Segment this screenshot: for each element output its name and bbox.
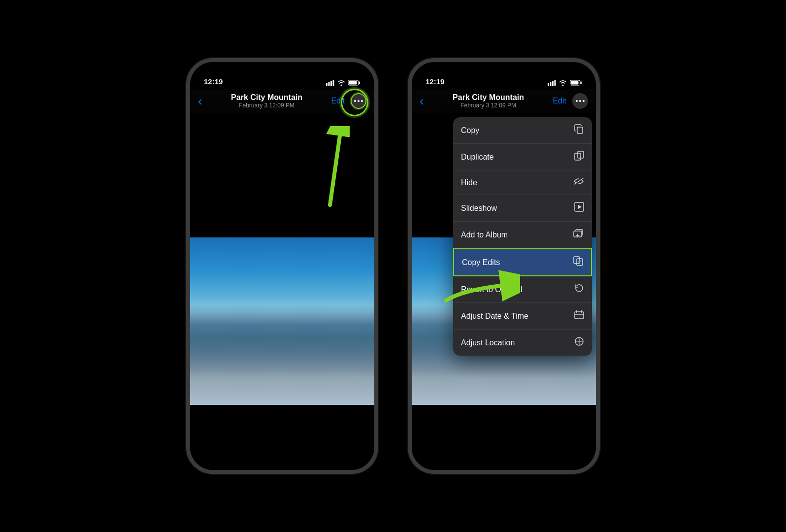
- menu-item-adjust-datetime-label: Adjust Date & Time: [461, 312, 528, 321]
- left-phone: 12:19 ‹ Park: [186, 58, 378, 474]
- copy-edits-icon: [573, 256, 583, 268]
- volume-up-button-right: [408, 175, 409, 205]
- mute-button-right: [408, 151, 409, 168]
- svg-rect-9: [548, 83, 549, 86]
- menu-item-hide[interactable]: Hide: [453, 170, 592, 195]
- svg-rect-26: [575, 312, 584, 319]
- mute-button: [186, 151, 187, 168]
- duplicate-icon: [574, 151, 584, 163]
- arrow-annotation-right: [441, 261, 520, 312]
- volume-down-button: [186, 213, 187, 242]
- dynamic-island: [253, 68, 312, 85]
- photo-image: [190, 237, 374, 405]
- dropdown-overlay: Copy Duplicate Hide: [453, 113, 596, 356]
- menu-item-slideshow-label: Slideshow: [461, 204, 497, 213]
- nav-title: Park City Mountain February 3 12:09 PM: [231, 93, 302, 109]
- svg-line-8: [330, 136, 340, 205]
- back-button-right[interactable]: ‹: [420, 94, 424, 109]
- more-dots-icon-right: [576, 100, 585, 102]
- photo-title: Park City Mountain: [231, 93, 302, 102]
- svg-rect-10: [550, 82, 552, 86]
- battery-icon-right: [570, 80, 582, 86]
- photo-date-right: February 3 12:09 PM: [453, 102, 524, 109]
- back-button[interactable]: ‹: [198, 94, 202, 109]
- menu-item-duplicate-label: Duplicate: [461, 153, 494, 162]
- photo-title-right: Park City Mountain: [453, 93, 524, 102]
- svg-marker-20: [578, 205, 582, 209]
- nav-title-right: Park City Mountain February 3 12:09 PM: [453, 93, 524, 109]
- menu-item-adjust-location[interactable]: Adjust Location: [453, 330, 592, 356]
- edit-button-right[interactable]: Edit: [553, 97, 566, 105]
- wifi-icon: [337, 80, 345, 86]
- svg-rect-12: [555, 80, 556, 86]
- svg-rect-0: [326, 83, 328, 86]
- svg-rect-15: [571, 81, 579, 85]
- power-button-right: [599, 180, 600, 220]
- context-menu: Copy Duplicate Hide: [453, 117, 592, 356]
- add-album-icon: [573, 229, 584, 241]
- signal-icon: [326, 80, 334, 86]
- power-button: [377, 180, 378, 220]
- volume-up-button: [186, 175, 187, 205]
- battery-icon: [348, 80, 360, 86]
- adjust-datetime-icon: [574, 310, 584, 322]
- menu-item-add-album[interactable]: Add to Album: [453, 222, 592, 248]
- menu-item-copy-label: Copy: [461, 126, 479, 135]
- status-icons: [326, 80, 360, 86]
- svg-rect-5: [359, 82, 360, 84]
- highlight-circle: [341, 89, 368, 116]
- volume-down-button-right: [408, 213, 409, 242]
- svg-rect-16: [577, 127, 583, 133]
- menu-item-hide-label: Hide: [461, 178, 477, 187]
- status-icons-right: [548, 80, 582, 86]
- hide-icon: [573, 177, 584, 188]
- revert-icon: [574, 283, 584, 296]
- menu-item-add-album-label: Add to Album: [461, 231, 508, 239]
- svg-rect-2: [330, 81, 332, 86]
- menu-item-adjust-location-label: Adjust Location: [461, 338, 515, 347]
- signal-icon-right: [548, 80, 556, 86]
- menu-item-copy[interactable]: Copy: [453, 117, 592, 144]
- right-phone: 12:19 ‹ Park City Mountain: [408, 58, 600, 474]
- adjust-location-icon: [574, 336, 584, 349]
- svg-rect-3: [333, 80, 334, 86]
- more-button-right[interactable]: [572, 93, 588, 109]
- menu-item-duplicate[interactable]: Duplicate: [453, 144, 592, 170]
- arrow-annotation: [291, 126, 350, 217]
- svg-rect-1: [328, 82, 330, 86]
- nav-bar-right: ‹ Park City Mountain February 3 12:09 PM…: [412, 89, 596, 113]
- svg-rect-14: [581, 82, 582, 84]
- photo-date: February 3 12:09 PM: [231, 102, 302, 109]
- status-time: 12:19: [204, 77, 223, 86]
- svg-rect-6: [349, 81, 357, 85]
- menu-item-slideshow[interactable]: Slideshow: [453, 195, 592, 222]
- status-time-right: 12:19: [426, 77, 444, 86]
- nav-actions-right: Edit: [553, 93, 588, 109]
- dynamic-island-right: [474, 68, 533, 85]
- copy-icon: [574, 124, 584, 136]
- wifi-icon-right: [559, 80, 567, 86]
- svg-rect-11: [552, 81, 554, 86]
- slideshow-icon: [574, 202, 584, 214]
